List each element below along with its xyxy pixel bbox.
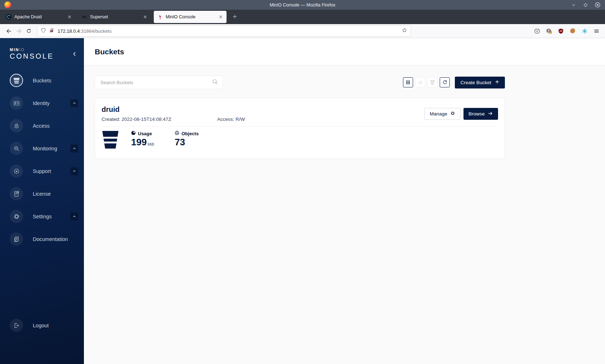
pie-chart-icon — [131, 131, 136, 136]
chevron-up-icon[interactable] — [70, 167, 78, 175]
chevron-up-icon[interactable] — [70, 213, 78, 220]
search-icon — [212, 79, 218, 86]
main-area: Buckets — [84, 38, 605, 364]
sidebar-item-label: Support — [33, 168, 51, 174]
sidebar-item-label: License — [33, 191, 51, 197]
arrow-right-icon — [488, 111, 493, 117]
objects-label: Objects — [182, 131, 199, 136]
logo-minio-bold: MIN — [10, 47, 19, 52]
forward-button[interactable] — [14, 26, 24, 36]
druid-icon — [6, 14, 12, 20]
browse-label: Browse — [469, 111, 485, 117]
minio-console-logo: MINIO CONSOLE — [0, 38, 84, 60]
divider — [102, 126, 498, 127]
delete-buckets-button — [427, 77, 438, 87]
window-minimize-button[interactable] — [570, 2, 577, 8]
gear-icon — [10, 210, 23, 223]
bucket-created-label: Created: 2022-08-15T14:08:47Z — [102, 117, 217, 122]
page-title: Buckets — [95, 47, 124, 56]
plus-icon — [495, 79, 499, 85]
url-text[interactable]: 172.18.0.4:31664/buckets — [58, 28, 402, 34]
cookie-icon[interactable] — [569, 27, 576, 35]
objects-value: 73 — [175, 137, 185, 147]
grid-view-toggle-button[interactable] — [403, 77, 413, 87]
sidebar-item-buckets[interactable]: Buckets — [0, 69, 84, 92]
browse-bucket-button[interactable]: Browse — [463, 108, 498, 120]
tab-minio-console[interactable]: MinIO Console — [154, 11, 227, 23]
new-tab-button[interactable] — [229, 11, 240, 22]
sidebar-item-label: Monitoring — [33, 146, 57, 151]
url-bar[interactable]: 172.18.0.4:31664/buckets — [37, 26, 411, 36]
bucket-icon — [102, 131, 119, 150]
chevron-up-icon[interactable] — [70, 99, 78, 107]
window-maximize-button[interactable] — [582, 2, 589, 8]
browser-toolbar: 172.18.0.4:31664/buckets uO — [0, 24, 605, 38]
sidebar-item-label: Documentation — [33, 236, 68, 242]
tab-apache-druid[interactable]: Apache Druid — [3, 11, 75, 23]
search-buckets-box — [95, 76, 223, 89]
manage-label: Manage — [430, 111, 447, 117]
tab-label: MinIO Console — [166, 14, 217, 19]
bucket-icon — [10, 74, 23, 87]
sidebar-item-logout[interactable]: Logout — [0, 314, 84, 337]
window-titlebar: MinIO Console — Mozilla Firefox — [0, 0, 605, 10]
sidebar-nav: Buckets Identity Access — [0, 69, 84, 250]
usage-unit: MiB — [147, 142, 154, 146]
reload-button[interactable] — [24, 26, 34, 36]
asterisk-icon[interactable] — [581, 27, 588, 35]
bookmark-star-icon[interactable] — [402, 27, 407, 35]
content-area: Create Bucket druid Created: 2022-08-15T… — [84, 65, 605, 159]
superset-icon: ∞ — [81, 14, 87, 20]
create-bucket-label: Create Bucket — [460, 80, 491, 85]
url-path: :31664/buckets — [80, 28, 111, 34]
svg-text:uO: uO — [559, 30, 562, 32]
sidebar-item-settings[interactable]: Settings — [0, 205, 84, 228]
sidebar-item-label: Buckets — [33, 78, 51, 83]
sidebar-collapse-icon[interactable] — [71, 50, 78, 58]
tab-label: Apache Druid — [14, 14, 66, 19]
logout-icon — [10, 319, 23, 332]
tab-close-icon[interactable] — [217, 13, 224, 21]
sidebar-item-monitoring[interactable]: Monitoring — [0, 137, 84, 160]
sidebar-item-access[interactable]: Access — [0, 114, 84, 137]
tab-superset[interactable]: ∞ Superset — [78, 11, 151, 23]
pocket-icon[interactable] — [533, 27, 541, 35]
magnifier-gauge-icon — [10, 142, 23, 155]
ublock-icon[interactable]: uO — [557, 27, 564, 35]
back-button[interactable] — [4, 26, 14, 36]
page-header: Buckets — [84, 38, 605, 65]
search-buckets-input[interactable] — [100, 80, 212, 85]
identity-card-icon — [10, 96, 23, 110]
sidebar-item-label: Access — [33, 123, 50, 129]
bucket-name-link[interactable]: druid — [102, 105, 120, 114]
sidebar-item-support[interactable]: Support — [0, 160, 84, 182]
manage-bucket-button[interactable]: Manage — [424, 108, 461, 120]
sidebar-item-documentation[interactable]: Documentation — [0, 228, 84, 250]
lock-disabled-icon[interactable] — [49, 28, 54, 35]
usage-metric: Usage 199MiB — [131, 131, 163, 147]
logo-console-text: CONSOLE — [10, 52, 77, 60]
objects-metric: Objects 73 — [175, 131, 206, 147]
shield-icon[interactable] — [41, 28, 46, 35]
window-title: MinIO Console — Mozilla Firefox — [0, 3, 605, 8]
url-host: 172.18.0.4 — [58, 28, 80, 34]
window-close-button[interactable] — [594, 2, 601, 8]
create-bucket-button[interactable]: Create Bucket — [455, 77, 505, 88]
minio-flamingo-icon — [157, 14, 163, 20]
tab-close-icon[interactable] — [142, 13, 149, 21]
gear-icon — [450, 111, 455, 117]
sidebar-item-identity[interactable]: Identity — [0, 92, 84, 114]
firefox-logo — [4, 1, 11, 8]
tab-close-icon[interactable] — [66, 13, 73, 21]
sidebar: MINIO CONSOLE Buckets Identity — [0, 38, 84, 364]
account-lock-icon[interactable] — [545, 27, 552, 35]
menu-icon[interactable] — [593, 27, 600, 35]
objects-icon — [175, 131, 179, 136]
refresh-buckets-button[interactable] — [440, 77, 450, 87]
set-replication-button — [415, 77, 425, 87]
usage-value: 199 — [131, 137, 147, 147]
license-doc-icon — [10, 187, 23, 200]
tab-bar: Apache Druid ∞ Superset MinIO Console — [0, 10, 605, 24]
sidebar-item-license[interactable]: License — [0, 182, 84, 205]
chevron-up-icon[interactable] — [70, 145, 78, 153]
